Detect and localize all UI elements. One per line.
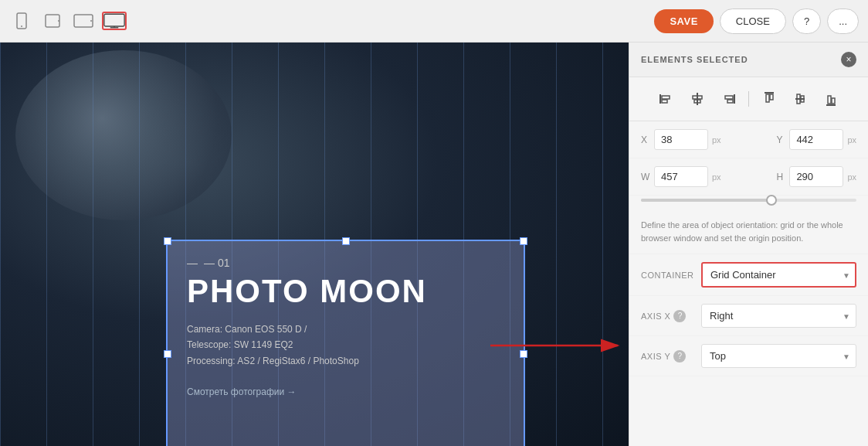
save-button[interactable]: SAVE [654,9,713,33]
h-unit: px [847,172,856,182]
resize-handle-tl[interactable] [164,237,171,245]
container-property-row: CONTAINER Grid Container Browser Window … [629,254,868,296]
svg-point-3 [58,20,59,22]
toolbar-left [9,12,127,30]
axis-x-select[interactable]: Right Left Center [701,304,856,328]
selected-element[interactable]: — — 01 PHOTO MOON Camera: Canon EOS 550 … [166,240,525,446]
h-input[interactable] [789,166,843,187]
axis-x-property-row: AXIS X ? Right Left Center ▼ [629,296,868,336]
axis-y-help-icon[interactable]: ? [673,350,686,363]
svg-rect-21 [766,94,769,102]
y-unit: px [847,135,856,145]
svg-point-1 [21,26,22,27]
description-text: Define the area of object orientation: g… [629,209,868,254]
element-content: — — 01 PHOTO MOON Camera: Canon EOS 550 … [168,241,524,414]
axis-y-label: AXIS Y [641,352,670,361]
more-button[interactable]: ... [827,9,859,34]
align-right-icon[interactable] [717,88,739,110]
element-meta: Camera: Canon EOS 550 D / Telescope: SW … [187,322,504,369]
svg-point-5 [90,20,92,22]
element-link[interactable]: Смотреть фотографии → [187,386,297,397]
svg-rect-4 [74,15,93,27]
close-button[interactable]: CLOSE [720,9,786,34]
svg-rect-28 [832,98,835,104]
align-divider [748,91,749,107]
align-bottom-icon[interactable] [820,88,842,110]
toolbar: SAVE CLOSE ? ... [0,0,868,43]
device-mobile[interactable] [9,12,34,30]
panel-close-button[interactable]: × [841,52,856,67]
axis-y-select-wrapper: Top Bottom Center ▼ [701,344,856,368]
svg-rect-6 [104,14,124,26]
x-input[interactable] [654,129,708,150]
slider-fill [641,199,770,202]
panel-title: ELEMENTS SELECTED [641,55,748,64]
panel-header: ELEMENTS SELECTED × [629,43,868,77]
help-button[interactable]: ? [792,9,821,34]
svg-rect-12 [662,96,670,99]
h-field-group: H px [776,166,856,187]
w-input[interactable] [654,166,708,187]
svg-rect-27 [828,96,831,104]
main-content: — — 01 PHOTO MOON Camera: Canon EOS 550 … [0,43,868,446]
align-middle-horizontal-icon[interactable] [789,88,811,110]
x-label: X [641,134,650,145]
resize-handle-tr[interactable] [520,237,527,245]
w-label: W [641,172,650,182]
y-input[interactable] [789,129,843,150]
x-unit: px [712,135,721,145]
resize-handle-ml[interactable] [164,350,171,358]
moon-image [15,50,232,220]
arrow [490,329,629,363]
container-label: CONTAINER [641,271,695,280]
right-panel: ELEMENTS SELECTED × [629,43,868,446]
y-field-group: Y px [776,129,856,150]
wh-fields-row: W px H px [629,158,868,196]
axis-y-select[interactable]: Top Bottom Center [701,344,856,368]
device-tablet[interactable] [71,12,96,30]
element-subtitle: — — 01 [187,257,504,269]
axis-x-label: AXIS X [641,312,670,321]
svg-rect-13 [662,100,667,103]
resize-handle-tm[interactable] [342,237,350,245]
svg-rect-22 [770,94,773,100]
device-desktop[interactable] [102,12,127,30]
toolbar-right: SAVE CLOSE ? ... [654,9,859,34]
x-field-group: X px [641,129,721,150]
svg-rect-18 [725,96,733,99]
axis-y-property-row: AXIS Y ? Top Bottom Center ▼ [629,336,868,376]
slider-track [641,199,856,202]
container-select-wrapper: Grid Container Browser Window ▼ [701,262,856,288]
xy-fields-row: X px Y px [629,121,868,158]
svg-rect-19 [727,100,733,103]
svg-rect-2 [46,15,59,27]
align-left-icon[interactable] [656,88,677,110]
canvas[interactable]: — — 01 PHOTO MOON Camera: Canon EOS 550 … [0,43,629,446]
align-top-icon[interactable] [758,88,780,110]
h-label: H [776,172,785,182]
axis-x-help-icon[interactable]: ? [673,310,686,322]
device-tablet-small[interactable] [40,12,65,30]
container-select[interactable]: Grid Container Browser Window [701,262,856,288]
element-title: PHOTO MOON [187,273,504,310]
align-center-vertical-icon[interactable] [687,88,708,110]
slider-thumb[interactable] [766,195,777,206]
alignment-toolbar [629,77,868,121]
w-field-group: W px [641,166,721,187]
slider-row [629,196,868,209]
axis-x-select-wrapper: Right Left Center ▼ [701,304,856,328]
y-label: Y [776,134,785,145]
w-unit: px [712,172,721,182]
